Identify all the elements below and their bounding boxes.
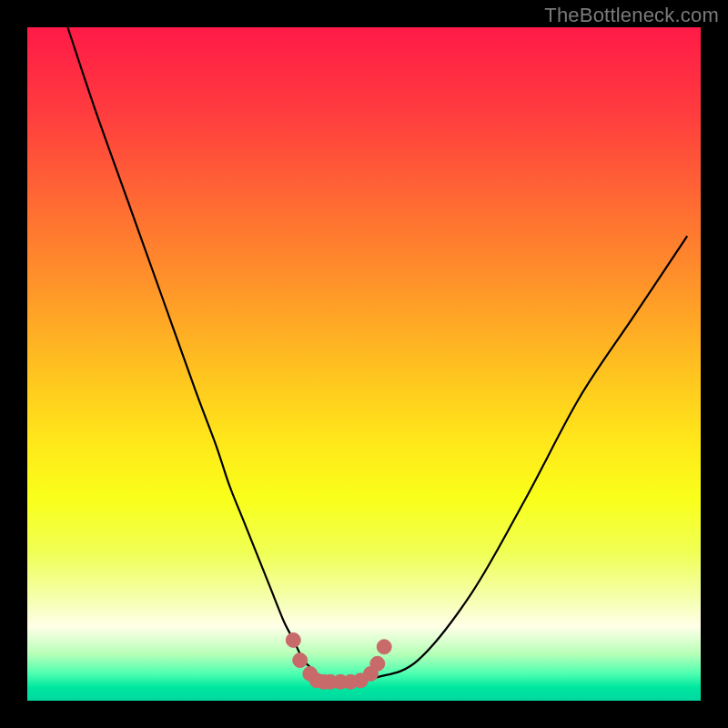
chart-frame: TheBottleneck.com: [0, 0, 728, 728]
marker-cluster: [286, 632, 391, 689]
watermark-text: TheBottleneck.com: [544, 4, 719, 27]
bottleneck-curve: [67, 27, 687, 681]
marker-dot: [286, 632, 300, 647]
plot-area: [27, 27, 701, 701]
marker-dot: [370, 656, 385, 671]
curve-svg: [27, 27, 701, 701]
marker-dot: [293, 653, 308, 668]
marker-dot: [377, 640, 391, 654]
